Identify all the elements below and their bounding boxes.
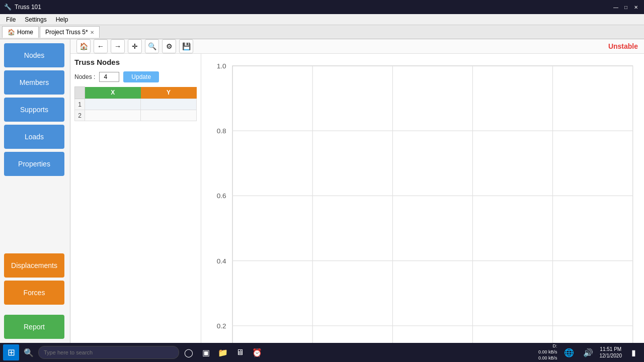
content-area: 🏠 ← → ✛ 🔍 ⚙ 💾 Unstable Truss Nodes Nodes… xyxy=(70,39,644,343)
col-header-x: X xyxy=(85,87,141,99)
taskbar-search-icon: 🔍 xyxy=(21,345,36,360)
sidebar-btn-nodes[interactable]: Nodes xyxy=(4,43,64,67)
table-row: 2 xyxy=(75,110,197,121)
svg-text:1.0: 1.0 xyxy=(217,62,226,70)
taskbar-explorer-icon[interactable]: 📁 xyxy=(215,345,230,360)
cell-2-x[interactable] xyxy=(87,112,138,119)
project-tab-label: Project Truss 5* xyxy=(45,29,88,36)
menu-help[interactable]: Help xyxy=(52,15,72,24)
update-button[interactable]: Update xyxy=(123,71,159,82)
nodes-input[interactable] xyxy=(99,72,119,82)
toolbar-save-button[interactable]: 💾 xyxy=(179,39,193,53)
sidebar: Nodes Members Supports Loads Properties … xyxy=(0,39,70,343)
network-status: D: 0.00 kB/s 0.00 kB/s xyxy=(538,343,557,361)
table-row: 1 xyxy=(75,99,197,110)
home-tab-icon: 🏠 xyxy=(8,29,15,36)
toolbar-home-button[interactable]: 🏠 xyxy=(76,39,91,53)
panel-title: Truss Nodes xyxy=(74,58,197,66)
sidebar-btn-members[interactable]: Members xyxy=(4,70,64,95)
taskbar-search-input[interactable] xyxy=(38,346,179,359)
sidebar-btn-report[interactable]: Report xyxy=(4,315,64,339)
taskbar: ⊞ 🔍 ◯ ▣ 📁 🖥 ⏰ D: 0.00 kB/s 0.00 kB/s 🌐 🔊… xyxy=(0,343,644,362)
taskbar-cortana-icon[interactable]: ◯ xyxy=(181,345,196,360)
maximize-button[interactable]: □ xyxy=(622,3,630,11)
taskbar-app1-icon[interactable]: 🖥 xyxy=(232,345,248,360)
chart-svg: 1.0 0.8 0.6 0.4 0.2 0.0 0.0 0.2 0.4 0.6 … xyxy=(201,59,639,362)
nodes-control: Nodes : Update xyxy=(74,71,197,82)
svg-rect-0 xyxy=(232,66,632,362)
taskbar-taskview-icon[interactable]: ▣ xyxy=(198,345,213,360)
sidebar-btn-supports[interactable]: Supports xyxy=(4,98,64,122)
toolbar-adjust-button[interactable]: ⚙ xyxy=(162,39,176,53)
menu-bar: File Settings Help xyxy=(0,14,644,25)
clock[interactable]: 11:51 PM 12/1/2020 xyxy=(600,346,622,359)
tab-bar: 🏠 Home Project Truss 5* ✕ xyxy=(0,25,644,39)
home-tab-label: Home xyxy=(17,29,33,36)
title-bar-controls: — □ ✕ xyxy=(612,3,640,11)
svg-text:0.6: 0.6 xyxy=(217,192,226,200)
toolbar-zoom-button[interactable]: 🔍 xyxy=(145,39,159,53)
toolbar-forward-button[interactable]: → xyxy=(111,39,125,53)
svg-text:0.2: 0.2 xyxy=(217,322,226,330)
show-desktop-icon[interactable]: ▮ xyxy=(626,345,641,360)
title-bar-left: 🔧 Truss 101 xyxy=(4,4,41,11)
taskbar-right: D: 0.00 kB/s 0.00 kB/s 🌐 🔊 11:51 PM 12/1… xyxy=(538,343,641,361)
app-title: Truss 101 xyxy=(15,4,41,11)
time-display: 11:51 PM xyxy=(600,346,621,352)
chart-area: 1.0 0.8 0.6 0.4 0.2 0.0 0.0 0.2 0.4 0.6 … xyxy=(201,54,644,362)
left-panel: Truss Nodes Nodes : Update X Y xyxy=(70,54,201,362)
cell-1-y[interactable] xyxy=(143,101,194,108)
col-header-y: Y xyxy=(141,87,197,99)
cell-2-y[interactable] xyxy=(143,112,194,119)
taskbar-app2-icon[interactable]: ⏰ xyxy=(250,345,265,360)
nodes-table: X Y 1 2 xyxy=(74,86,197,121)
network-icon[interactable]: 🌐 xyxy=(561,345,577,360)
toolbar-move-button[interactable]: ✛ xyxy=(128,39,142,53)
app-icon: 🔧 xyxy=(4,4,12,11)
title-bar: 🔧 Truss 101 — □ ✕ xyxy=(0,0,644,14)
svg-text:0.4: 0.4 xyxy=(217,257,226,265)
unstable-label: Unstable xyxy=(608,42,638,50)
speaker-icon[interactable]: 🔊 xyxy=(581,345,596,360)
nodes-label: Nodes : xyxy=(74,73,95,80)
cell-1-x[interactable] xyxy=(87,101,138,108)
start-button[interactable]: ⊞ xyxy=(3,344,19,360)
panel-content: Truss Nodes Nodes : Update X Y xyxy=(70,54,644,362)
tab-close-icon[interactable]: ✕ xyxy=(90,30,94,35)
sidebar-btn-properties[interactable]: Properties xyxy=(4,152,64,176)
main-layout: Nodes Members Supports Loads Properties … xyxy=(0,39,644,343)
close-button[interactable]: ✕ xyxy=(632,3,640,11)
svg-text:0.8: 0.8 xyxy=(217,127,226,135)
toolbar: 🏠 ← → ✛ 🔍 ⚙ 💾 Unstable xyxy=(70,39,644,54)
tab-home[interactable]: 🏠 Home xyxy=(2,26,39,38)
sidebar-btn-forces[interactable]: Forces xyxy=(4,281,64,305)
menu-file[interactable]: File xyxy=(2,15,20,24)
sidebar-btn-loads[interactable]: Loads xyxy=(4,125,64,149)
menu-settings[interactable]: Settings xyxy=(21,15,50,24)
tab-project[interactable]: Project Truss 5* ✕ xyxy=(40,26,100,38)
date-display: 12/1/2020 xyxy=(600,352,622,359)
sidebar-btn-displacements[interactable]: Displacements xyxy=(4,253,64,278)
minimize-button[interactable]: — xyxy=(612,3,620,11)
toolbar-back-button[interactable]: ← xyxy=(94,39,108,53)
